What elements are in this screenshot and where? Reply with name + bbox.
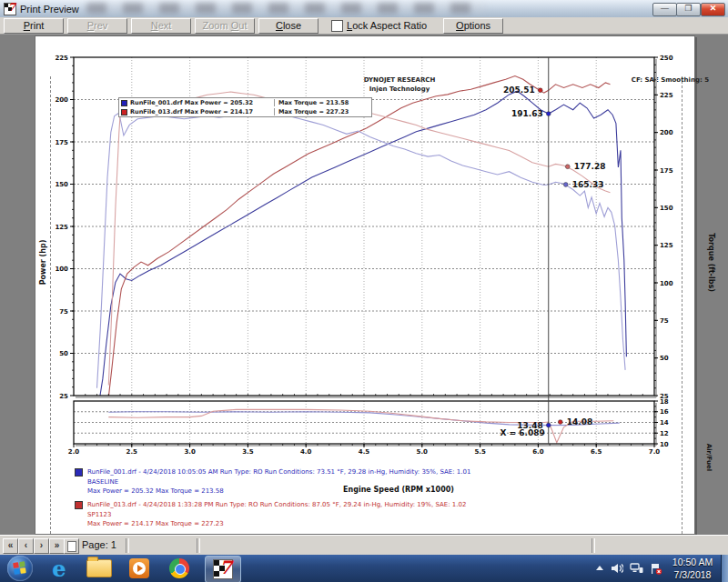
svg-text:6.0: 6.0 <box>532 448 544 456</box>
redacted-title-text <box>86 3 487 14</box>
run-maxvalues: Max Power = 214.17 Max Torque = 227.23 <box>87 519 657 529</box>
close-button[interactable]: Close <box>258 18 318 34</box>
series-torque_001 <box>97 112 626 388</box>
file-explorer-icon[interactable] <box>84 557 115 580</box>
svg-text:2.5: 2.5 <box>126 448 138 456</box>
dynojet-app-taskbar-button[interactable]: 7 <box>205 556 241 582</box>
taskbar: e 7 10:50 A <box>0 555 728 582</box>
app-icon: 7 <box>4 3 16 15</box>
run-maxvalues: Max Power = 205.32 Max Torque = 213.58 <box>87 487 657 497</box>
internet-explorer-icon[interactable]: e <box>44 557 75 580</box>
svg-text:225: 225 <box>55 55 68 62</box>
run-swatch-blue <box>75 468 83 477</box>
svg-text:175: 175 <box>55 139 68 146</box>
svg-text:14.08: 14.08 <box>567 417 592 426</box>
svg-text:191.63: 191.63 <box>511 109 543 118</box>
run-conditions: RunFile_001.drf - 4/24/2018 10:05:05 AM … <box>87 467 657 477</box>
svg-text:50: 50 <box>660 355 669 362</box>
clock-date: 7/3/2018 <box>666 568 719 581</box>
svg-text:225: 225 <box>660 92 673 99</box>
restore-button[interactable]: ❐ <box>676 3 701 16</box>
chart-legend: RunFile_001.drf Max Power = 205.32 Max T… <box>118 97 372 117</box>
cursor-marker <box>546 423 551 427</box>
run-label: SP1123 <box>87 510 657 520</box>
run-info-baseline: RunFile_001.drf - 4/24/2018 10:05:05 AM … <box>75 467 657 497</box>
legend-row: RunFile_013.drf Max Power = 214.17 Max T… <box>119 107 371 116</box>
series-power_013 <box>108 76 610 397</box>
svg-text:175: 175 <box>660 167 673 175</box>
svg-text:165.33: 165.33 <box>572 180 604 189</box>
svg-text:4.0: 4.0 <box>300 448 312 456</box>
svg-text:7.0: 7.0 <box>649 448 661 456</box>
lock-aspect-ratio-checkbox[interactable] <box>331 20 343 32</box>
lock-aspect-ratio-label: Lock Aspect Ratio <box>347 20 427 31</box>
svg-text:3.5: 3.5 <box>242 448 254 456</box>
svg-text:150: 150 <box>55 181 68 188</box>
svg-text:2.0: 2.0 <box>68 448 80 456</box>
svg-text:200: 200 <box>660 129 673 136</box>
action-center-flag-icon[interactable] <box>650 563 662 575</box>
cursor-marker <box>538 88 542 93</box>
svg-text:X = 6.089: X = 6.089 <box>500 428 545 437</box>
svg-text:205.51: 205.51 <box>503 85 535 95</box>
prev-page-button[interactable]: ‹ <box>18 538 34 554</box>
statusbar-divider <box>592 538 595 553</box>
airfuel-axis-label: Air/Fuel <box>705 426 713 489</box>
svg-text:100: 100 <box>55 266 68 273</box>
media-player-icon[interactable] <box>124 557 155 580</box>
next-page-button[interactable]: › <box>34 538 49 554</box>
run-swatch-red <box>75 501 83 509</box>
screen: 7 Print Preview — ❐ ✕ Print Prev Next Zo… <box>0 0 728 582</box>
series-swatch-red <box>121 109 127 115</box>
hidden-icons-chevron[interactable] <box>595 564 604 573</box>
page-setup-icon[interactable] <box>64 538 79 554</box>
window-title: Print Preview <box>20 4 79 15</box>
start-button[interactable] <box>7 556 33 581</box>
svg-text:10: 10 <box>660 441 669 448</box>
dynojet-icon: 7 <box>213 559 233 579</box>
svg-text:16: 16 <box>660 408 669 416</box>
statusbar-divider <box>126 538 129 553</box>
svg-text:177.28: 177.28 <box>574 162 606 171</box>
first-page-button[interactable]: « <box>3 538 18 554</box>
show-desktop-button[interactable] <box>721 555 728 582</box>
last-page-button[interactable]: » <box>49 538 65 554</box>
svg-text:5.0: 5.0 <box>417 448 429 456</box>
svg-text:3.0: 3.0 <box>184 448 196 456</box>
torque-axis-label: Torque (ft-lbs) <box>707 199 715 326</box>
title-bar: 7 Print Preview — ❐ ✕ <box>0 0 728 18</box>
print-button[interactable]: Print <box>4 18 64 34</box>
svg-text:5.5: 5.5 <box>474 448 486 456</box>
prev-button[interactable]: Prev <box>67 18 127 34</box>
svg-text:4.5: 4.5 <box>359 448 370 456</box>
taskbar-clock[interactable]: 10:50 AM 7/3/2018 <box>666 556 719 581</box>
page-number-label: Page: 1 <box>82 539 116 550</box>
volume-icon[interactable] <box>611 563 623 574</box>
legend-row: RunFile_001.drf Max Power = 205.32 Max T… <box>119 98 371 107</box>
cursor-marker <box>565 165 570 169</box>
svg-text:50: 50 <box>59 350 68 357</box>
windows-flag-icon <box>13 561 27 576</box>
cursor-marker <box>546 112 551 116</box>
zoom-out-button[interactable]: Zoom Out <box>195 18 255 34</box>
options-button[interactable]: Options <box>443 18 503 34</box>
network-icon[interactable] <box>630 563 643 574</box>
svg-text:75: 75 <box>59 308 68 316</box>
next-button[interactable]: Next <box>131 18 191 34</box>
minimize-button[interactable]: — <box>652 3 677 16</box>
svg-text:100: 100 <box>660 280 673 287</box>
close-window-button[interactable]: ✕ <box>701 3 725 16</box>
svg-text:12: 12 <box>660 430 669 437</box>
svg-text:14: 14 <box>660 419 669 426</box>
svg-text:150: 150 <box>660 205 673 212</box>
svg-text:125: 125 <box>660 242 673 249</box>
run-info-sp1123: RunFile_013.drf - 4/24/2018 1:33:28 PM R… <box>75 500 657 529</box>
system-tray <box>595 555 662 582</box>
svg-text:6.5: 6.5 <box>591 448 602 456</box>
cursor-marker <box>563 183 568 187</box>
run-label: BASELINE <box>87 477 657 487</box>
series-torque_013 <box>108 92 610 385</box>
svg-text:25: 25 <box>59 393 68 400</box>
chrome-icon[interactable] <box>164 557 195 580</box>
series-power_001 <box>99 91 626 400</box>
